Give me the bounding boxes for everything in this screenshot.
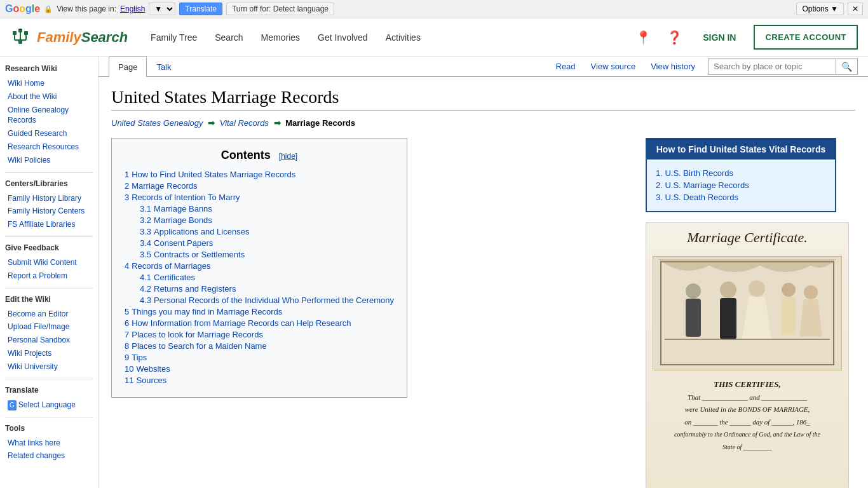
toc-link[interactable]: 4.2Returns and Registers <box>140 284 236 294</box>
sidebar-item-become-editor[interactable]: Become an Editor <box>5 308 93 321</box>
translate-bar: Google 🔒 View this page in: English ▼ Tr… <box>0 0 868 18</box>
wiki-search-input[interactable] <box>709 59 836 74</box>
nav-get-involved[interactable]: Get Involved <box>310 29 376 46</box>
sidebar-item-about-wiki[interactable]: About the Wiki <box>5 90 93 104</box>
help-icon-button[interactable]: ❓ <box>664 27 685 48</box>
toc-item: 3.3Applications and Licenses <box>125 227 394 236</box>
sidebar: Research Wiki Wiki Home About the Wiki O… <box>0 57 98 488</box>
sidebar-item-family-history-centers[interactable]: Family History Centers <box>5 205 93 218</box>
svg-rect-2 <box>18 29 22 32</box>
lock-icon: 🔒 <box>44 5 53 13</box>
main-content: Page Talk Read View source View history … <box>98 57 868 488</box>
sidebar-item-wiki-projects[interactable]: Wiki Projects <box>5 347 93 360</box>
options-button[interactable]: Options ▼ <box>796 3 844 15</box>
nav-memories[interactable]: Memories <box>254 29 308 46</box>
tab-actions: Read View source View history 🔍 <box>548 57 858 76</box>
language-select[interactable]: ▼ <box>149 3 175 15</box>
toc-link[interactable]: 3.2Marriage Bonds <box>140 215 212 225</box>
logo-text: FamilySearch <box>37 29 128 46</box>
sidebar-item-what-links-here[interactable]: What links here <box>5 437 93 450</box>
sidebar-item-select-language[interactable]: GSelect Language <box>5 398 93 412</box>
sign-in-button[interactable]: SIGN IN <box>695 27 743 48</box>
toc-link[interactable]: 8Places to Search for a Maiden Name <box>125 341 267 351</box>
location-icon-button[interactable]: 📍 <box>633 27 654 48</box>
main-nav: Family Tree Search Memories Get Involved… <box>143 29 633 46</box>
vital-marriage-link[interactable]: 2. U.S. Marriage Records <box>656 180 826 190</box>
svg-rect-12 <box>686 299 701 337</box>
svg-rect-3 <box>24 31 28 35</box>
logo-link[interactable]: FamilySearch <box>10 26 128 49</box>
nav-activities[interactable]: Activities <box>378 29 428 46</box>
close-button[interactable]: ✕ <box>848 3 863 15</box>
sidebar-item-personal-sandbox[interactable]: Personal Sandbox <box>5 334 93 347</box>
breadcrumb: United States Genealogy ➡ Vital Records … <box>111 118 855 128</box>
breadcrumb-part2[interactable]: Vital Records <box>220 118 269 128</box>
toc-link[interactable]: 4Records of Marriages <box>125 261 211 271</box>
sidebar-item-report-problem[interactable]: Report a Problem <box>5 269 93 283</box>
sidebar-item-family-history-library[interactable]: Family History Library <box>5 192 93 205</box>
nav-family-tree[interactable]: Family Tree <box>143 29 205 46</box>
create-account-button[interactable]: CREATE ACCOUNT <box>754 25 858 50</box>
cert-title: Marriage Certificate. <box>687 229 807 246</box>
toc-link[interactable]: 3.3Applications and Licenses <box>140 227 249 236</box>
sidebar-item-wiki-university[interactable]: Wiki University <box>5 360 93 374</box>
sidebar-section-edit: Edit the Wiki <box>5 295 93 304</box>
toc-link[interactable]: 3.1Marriage Banns <box>140 204 212 214</box>
toc-link[interactable]: 3.4Consent Papers <box>140 238 213 248</box>
sidebar-item-fs-affiliate[interactable]: FS Affiliate Libraries <box>5 218 93 231</box>
page-tabs-bar: Page Talk Read View source View history … <box>98 57 868 77</box>
toc-box: Contents [hide] 1How to Find United Stat… <box>111 138 407 398</box>
cert-illustration-svg <box>658 259 836 367</box>
breadcrumb-part1[interactable]: United States Genealogy <box>111 118 203 128</box>
action-view-source[interactable]: View source <box>583 57 644 76</box>
toc-list: 1How to Find United States Marriage Reco… <box>125 170 394 385</box>
toc-item: 8Places to Search for a Maiden Name <box>125 341 394 351</box>
toc-link[interactable]: 4.3Personal Records of the Individual Wh… <box>140 295 394 305</box>
action-view-history[interactable]: View history <box>643 57 703 76</box>
toc-hide-link[interactable]: [hide] <box>279 152 297 161</box>
sidebar-item-wiki-home[interactable]: Wiki Home <box>5 77 93 90</box>
wiki-search-button[interactable]: 🔍 <box>836 59 857 74</box>
language-link[interactable]: English <box>120 4 145 13</box>
sidebar-section-tools: Tools <box>5 424 93 433</box>
toc-link[interactable]: 4.1Certificates <box>140 273 195 282</box>
sidebar-item-online-genealogy[interactable]: Online Genealogy Records <box>5 104 93 128</box>
breadcrumb-current: Marriage Records <box>285 118 355 128</box>
sidebar-item-submit-wiki[interactable]: Submit Wiki Content <box>5 256 93 269</box>
toc-item: 3.4Consent Papers <box>125 238 394 248</box>
tab-talk[interactable]: Talk <box>147 57 180 77</box>
nav-search[interactable]: Search <box>207 29 250 46</box>
svg-rect-18 <box>782 297 796 335</box>
sidebar-item-research-resources[interactable]: Research Resources <box>5 140 93 154</box>
toc-item: 4.2Returns and Registers <box>125 284 394 294</box>
sidebar-item-upload-file[interactable]: Upload File/Image <box>5 320 93 334</box>
wiki-search-box: 🔍 <box>708 58 858 75</box>
translate-button[interactable]: Translate <box>179 3 222 15</box>
vital-death-link[interactable]: 3. U.S. Death Records <box>656 193 826 202</box>
marriage-certificate-image: Marriage Certificate. <box>646 222 849 488</box>
svg-rect-14 <box>720 298 736 339</box>
sidebar-item-wiki-policies[interactable]: Wiki Policies <box>5 154 93 167</box>
toc-link[interactable]: 11Sources <box>125 376 166 385</box>
toc-link[interactable]: 3Records of Intention To Marry <box>125 193 240 202</box>
toc-link[interactable]: 1How to Find United States Marriage Reco… <box>125 170 295 179</box>
vital-records-header: How to Find United States Vital Records <box>647 139 835 159</box>
tab-page[interactable]: Page <box>109 57 147 77</box>
article-title: United States Marriage Records <box>111 87 855 111</box>
familysearch-logo-icon <box>10 26 33 49</box>
action-read[interactable]: Read <box>548 57 583 76</box>
toc-link[interactable]: 3.5Contracts or Settlements <box>140 250 245 259</box>
toc-link[interactable]: 10Websites <box>125 364 170 374</box>
toc-link[interactable]: 7Places to look for Marriage Records <box>125 330 263 339</box>
toc-link[interactable]: 5Things you may find in Marriage Records <box>125 307 282 316</box>
toc-item: 4Records of Marriages <box>125 261 394 271</box>
turn-off-button[interactable]: Turn off for: Detect language <box>226 3 334 15</box>
vital-birth-link[interactable]: 1. U.S. Birth Records <box>656 168 826 178</box>
toc-link[interactable]: 2Marriage Records <box>125 181 198 191</box>
toc-link[interactable]: 6How Information from Marriage Records c… <box>125 318 351 328</box>
toc-link[interactable]: 9Tips <box>125 353 147 362</box>
toc-item: 10Websites <box>125 364 394 374</box>
sidebar-item-guided-research[interactable]: Guided Research <box>5 127 93 140</box>
breadcrumb-arrow-2: ➡ <box>274 118 281 128</box>
sidebar-item-related-changes[interactable]: Related changes <box>5 449 93 463</box>
